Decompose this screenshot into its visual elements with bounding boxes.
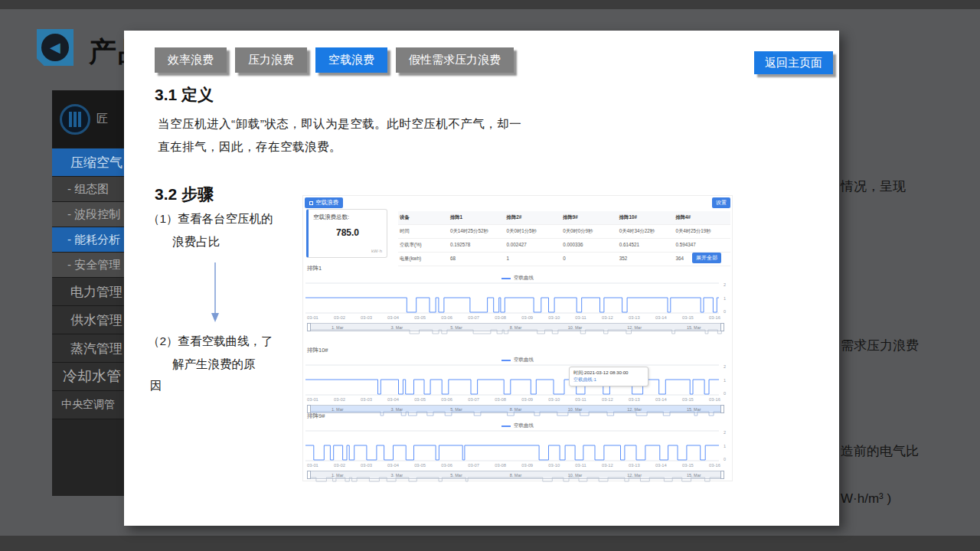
back-arrow-icon[interactable]: ◀ (37, 29, 74, 66)
chart-legend[interactable]: 空载曲线 (305, 422, 730, 429)
slider-date-label: 1. Mar (332, 325, 344, 330)
x-tick-label: 03-12 (602, 315, 613, 320)
x-tick-label: 03-11 (575, 397, 586, 402)
settings-button[interactable]: 设置 (712, 197, 730, 208)
table-cell: 0.594347 (674, 239, 730, 253)
step1-line-2: 浪费占比 (172, 234, 220, 250)
slider-date-label: 10. Mar (568, 325, 583, 330)
sidebar-brand: 匠 (96, 112, 108, 126)
table-header-cell: 排阵4# (674, 211, 730, 225)
slider-date-label: 12. Mar (627, 325, 642, 330)
x-tick-label: 03-04 (387, 315, 399, 320)
x-tick-label: 03-09 (521, 315, 533, 320)
sidebar-item-0[interactable]: 压缩空气 (52, 148, 126, 177)
x-tick-label: 03-10 (548, 315, 560, 320)
table-header-cell: 排阵9# (561, 211, 618, 225)
table-cell: 0.002427 (505, 239, 562, 253)
table-header-cell: 设备 (398, 211, 449, 225)
slider-handle[interactable] (720, 471, 724, 479)
chart-plot[interactable]: 210 (305, 282, 733, 314)
chart-title: 排阵1 (307, 265, 322, 272)
return-home-button[interactable]: 返回主页面 (754, 51, 833, 74)
slider-handle[interactable] (307, 471, 311, 479)
table-cell: 0天4时34分22秒 (618, 225, 675, 239)
slider-date-label: 15. Mar (687, 407, 701, 412)
tab-3[interactable]: 假性需求压力浪费 (396, 47, 514, 73)
slider-handle[interactable] (720, 323, 724, 331)
sidebar-item-7[interactable]: 蒸汽管理 (52, 334, 126, 363)
y-tick-label: 2 (724, 430, 726, 435)
tooltip-time: 时间:2021-03-12 08:30:00 (573, 370, 644, 377)
definition-heading: 3.1 定义 (155, 84, 214, 106)
table-header-cell: 排阵1 (449, 211, 505, 225)
slider-date-label: 1. Mar (332, 407, 344, 412)
slider-handle[interactable] (307, 323, 311, 331)
chart-plot[interactable]: 210 (305, 364, 733, 396)
x-tick-label: 03-06 (441, 463, 452, 468)
x-tick-label: 03-04 (387, 397, 399, 402)
x-tick-label: 03-05 (414, 315, 426, 320)
legend-label: 空载曲线 (514, 422, 534, 429)
table-cell: 0天0时1分5秒 (505, 225, 562, 239)
chart-x-axis: 03-0103-0203-0303-0403-0503-0603-0703-08… (307, 397, 720, 402)
sidebar-item-3[interactable]: - 能耗分析 (52, 227, 126, 253)
slider-date-label: 15. Mar (687, 325, 701, 330)
sidebar-item-1[interactable]: - 组态图 (52, 177, 126, 202)
x-tick-label: 03-07 (468, 463, 479, 468)
datazoom-slider[interactable]: 1. Mar3. Mar5. Mar8. Mar10. Mar12. Mar15… (307, 323, 724, 331)
y-tick-label: 1 (724, 378, 726, 383)
x-tick-label: 03-13 (629, 315, 640, 320)
tab-0[interactable]: 效率浪费 (155, 47, 227, 73)
summary-value: 785.0 (313, 227, 382, 238)
step2-line-2: 解产生浪费的原 (172, 357, 256, 373)
x-tick-label: 03-07 (468, 397, 479, 402)
x-tick-label: 03-08 (495, 463, 506, 468)
legend-line-icon (501, 278, 511, 279)
table-cell: 0.000336 (561, 239, 618, 253)
back-arrow-glyph: ◀ (41, 34, 69, 61)
x-tick-label: 03-10 (548, 397, 560, 402)
x-tick-label: 03-06 (441, 315, 452, 320)
slider-date-label: 3. Mar (391, 325, 403, 330)
chart-title: 排阵10# (307, 347, 328, 354)
expand-all-button[interactable]: 展开全部 (692, 253, 721, 263)
clipped-text-2: 需求压力浪费 (841, 337, 919, 354)
x-tick-label: 03-14 (655, 315, 667, 320)
slider-date-label: 5. Mar (450, 407, 462, 412)
x-tick-label: 03-02 (334, 463, 345, 468)
panel-icon (309, 201, 313, 205)
table-header-cell: 排阵2# (505, 211, 562, 225)
chart-legend[interactable]: 空载曲线 (305, 275, 730, 282)
y-tick-label: 0 (724, 309, 726, 314)
sidebar-item-9[interactable]: 中央空调管 (52, 391, 126, 419)
tab-1[interactable]: 压力浪费 (235, 47, 307, 73)
steps-heading: 3.2 步骤 (155, 184, 214, 205)
x-tick-label: 03-16 (709, 463, 720, 468)
down-arrow-icon (210, 262, 220, 322)
datazoom-slider[interactable]: 1. Mar3. Mar5. Mar8. Mar10. Mar12. Mar15… (307, 471, 724, 479)
x-tick-label: 03-11 (575, 315, 586, 320)
summary-card: 空载浪费总数: 785.0 kW·h (306, 209, 387, 258)
sidebar-item-6[interactable]: 供水管理 (52, 306, 126, 334)
sidebar-item-8[interactable]: 冷却水管 (52, 363, 126, 391)
dashboard-title: 空载浪费 (315, 199, 338, 207)
sidebar-item-4[interactable]: - 安全管理 (52, 253, 126, 278)
chart-plot[interactable]: 210 (305, 429, 733, 461)
slider-date-label: 8. Mar (510, 407, 522, 412)
x-tick-label: 03-02 (334, 315, 345, 320)
clipped-text-3: 造前的电气比 (841, 442, 919, 460)
x-tick-label: 03-16 (709, 315, 720, 320)
slider-date-label: 12. Mar (627, 473, 642, 478)
sidebar-item-2[interactable]: - 波段控制 (52, 202, 126, 227)
chart-block-2: 排阵9#空载曲线21003-0103-0203-0303-0403-0503-0… (305, 412, 730, 492)
y-tick-label: 1 (724, 444, 726, 448)
sidebar-item-5[interactable]: 电力管理 (52, 278, 126, 306)
dashboard-title-badge: 空载浪费 (305, 197, 343, 208)
tab-2[interactable]: 空载浪费 (315, 47, 387, 73)
x-tick-label: 03-12 (602, 463, 613, 468)
legend-line-icon (501, 360, 511, 361)
legend-label: 空载曲线 (514, 275, 534, 282)
y-tick-label: 1 (724, 296, 726, 301)
chart-legend[interactable]: 空载曲线 (305, 357, 730, 364)
x-tick-label: 03-02 (334, 397, 345, 402)
